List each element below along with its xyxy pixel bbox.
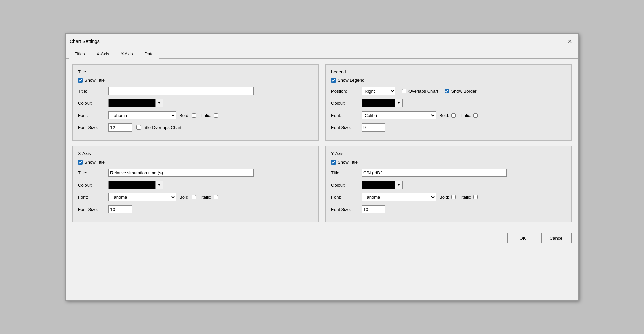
legend-show-border-checkbox[interactable] [445,89,449,93]
yaxis-fontsize-label: Font Size: [331,207,362,212]
xaxis-show-title-label: Show Title [84,160,105,165]
xaxis-panel: X-Axis Show Title Title: Colour: ▼ [72,146,319,222]
title-color-box[interactable] [108,99,156,107]
yaxis-bold-italic: Bold: Italic: [439,195,478,200]
yaxis-color-box[interactable] [362,181,395,189]
legend-section-label: Legend [331,69,566,74]
title-fontsize-input[interactable] [108,123,132,132]
yaxis-show-title-row: Show Title [331,160,566,165]
xaxis-italic-label: Italic: [201,195,212,200]
yaxis-colour-picker: ▼ [362,181,403,189]
legend-color-box[interactable] [362,99,395,107]
legend-overlaps-group: Overlaps Chart [402,89,438,94]
xaxis-bold-italic: Bold: Italic: [179,195,218,200]
tab-data[interactable]: Data [139,49,159,59]
yaxis-fontsize-input[interactable] [362,205,385,213]
xaxis-section-label: X-Axis [78,151,313,156]
xaxis-colour-label: Colour: [78,183,108,188]
yaxis-colour-row: Colour: ▼ [331,181,566,189]
yaxis-italic-label: Italic: [461,195,471,200]
legend-position-select[interactable]: Right Left Top Bottom [362,87,395,95]
title-italic-checkbox[interactable] [214,113,218,118]
yaxis-show-title-checkbox[interactable] [331,160,336,165]
yaxis-font-select[interactable]: Tahoma Arial Calibri [362,193,436,201]
chart-settings-dialog: Chart Settings ✕ Titles X-Axis Y-Axis Da… [65,33,579,301]
show-legend-checkbox-wrapper[interactable]: Show Legend [331,78,365,83]
title-font-select[interactable]: Tahoma Arial Calibri [108,111,176,119]
xaxis-show-title-wrapper[interactable]: Show Title [78,160,105,165]
legend-bold-checkbox[interactable] [451,113,456,118]
yaxis-color-dropdown[interactable]: ▼ [395,181,403,189]
show-title-checkbox[interactable] [78,78,83,83]
yaxis-title-label: Title: [331,170,362,175]
legend-colour-label: Colour: [331,101,362,106]
legend-color-dropdown[interactable]: ▼ [395,99,403,107]
title-fontsize-label: Font Size: [78,125,108,130]
xaxis-title-row: Title: [78,169,313,177]
legend-panel: Legend Show Legend Postion: Right Left T… [325,64,572,141]
ok-button[interactable]: OK [507,233,538,243]
title-colour-row: Colour: ▼ [78,99,313,107]
xaxis-title-input[interactable] [108,169,254,177]
title-bold-italic: Bold: Italic: [179,113,218,118]
legend-position-row: Postion: Right Left Top Bottom Overlaps … [331,87,566,95]
xaxis-title-label: Title: [78,170,108,175]
xaxis-color-dropdown[interactable]: ▼ [156,181,163,189]
legend-show-border-label: Show Border [451,89,476,94]
yaxis-font-row: Font: Tahoma Arial Calibri Bold: Italic: [331,193,566,201]
bottom-bar: OK Cancel [66,228,578,248]
xaxis-fontsize-label: Font Size: [78,207,108,212]
xaxis-italic-checkbox[interactable] [214,195,218,199]
title-field-label: Title: [78,89,108,94]
yaxis-font-label: Font: [331,195,362,200]
yaxis-title-row: Title: [331,169,566,177]
xaxis-fontsize-input[interactable] [108,205,132,213]
tab-xaxis[interactable]: X-Axis [91,49,115,59]
title-italic-label: Italic: [201,113,212,118]
xaxis-show-title-checkbox[interactable] [78,160,83,165]
xaxis-bold-checkbox[interactable] [192,195,196,199]
title-overlaps-checkbox[interactable] [136,125,141,130]
legend-colour-picker: ▼ [362,99,403,107]
close-button[interactable]: ✕ [565,37,574,46]
legend-overlaps-label: Overlaps Chart [408,89,438,94]
legend-italic-label: Italic: [461,113,471,118]
tab-yaxis[interactable]: Y-Axis [115,49,139,59]
yaxis-italic-checkbox[interactable] [473,195,478,199]
title-colour-picker: ▼ [108,99,163,107]
yaxis-bold-checkbox[interactable] [451,195,456,199]
title-color-dropdown[interactable]: ▼ [156,99,163,107]
title-overlaps-wrapper[interactable]: Title Overlaps Chart [136,125,181,130]
legend-font-select[interactable]: Calibri Tahoma Arial [362,111,436,119]
yaxis-section-label: Y-Axis [331,151,566,156]
legend-italic-checkbox[interactable] [473,113,478,118]
legend-font-label: Font: [331,113,362,118]
title-fontsize-row: Font Size: Title Overlaps Chart [78,123,313,132]
xaxis-font-label: Font: [78,195,108,200]
xaxis-color-box[interactable] [108,181,156,189]
xaxis-font-select[interactable]: Tahoma Arial Calibri [108,193,176,201]
yaxis-show-title-label: Show Title [338,160,358,165]
legend-bold-label: Bold: [439,113,449,118]
yaxis-title-input[interactable] [362,169,507,177]
show-legend-checkbox[interactable] [331,78,336,83]
legend-overlaps-checkbox[interactable] [402,89,406,93]
title-font-row: Font: Tahoma Arial Calibri Bold: Italic: [78,111,313,119]
title-input[interactable] [108,87,254,95]
title-field-row: Title: [78,87,313,95]
yaxis-bold-label: Bold: [439,195,449,200]
title-overlaps-label: Title Overlaps Chart [143,125,181,130]
xaxis-colour-row: Colour: ▼ [78,181,313,189]
xaxis-bold-label: Bold: [179,195,190,200]
show-title-checkbox-wrapper[interactable]: Show Title [78,78,105,83]
title-bold-checkbox[interactable] [192,113,196,118]
legend-fontsize-input[interactable] [362,123,385,132]
tab-titles[interactable]: Titles [69,49,91,59]
dialog-title: Chart Settings [70,39,100,44]
yaxis-fontsize-row: Font Size: [331,205,566,213]
show-title-row: Show Title [78,78,313,83]
title-section-label: Title [78,69,313,74]
cancel-button[interactable]: Cancel [541,233,572,243]
yaxis-show-title-wrapper[interactable]: Show Title [331,160,358,165]
legend-font-row: Font: Calibri Tahoma Arial Bold: Italic: [331,111,566,119]
